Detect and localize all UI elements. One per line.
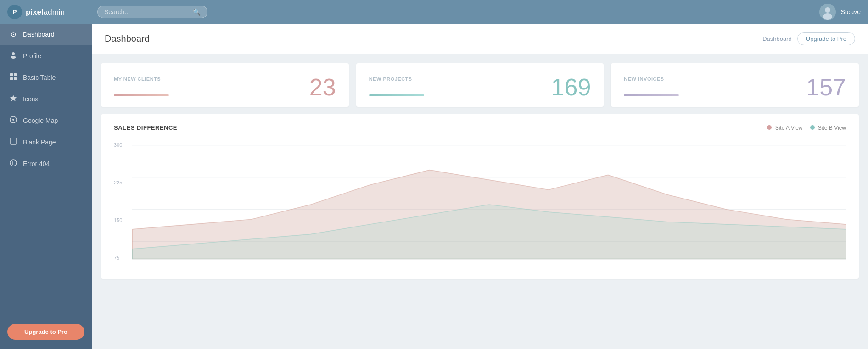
search-icon: 🔍 bbox=[193, 8, 201, 16]
legend-dot-site-a bbox=[767, 125, 772, 130]
user-name: Steave bbox=[840, 8, 861, 16]
sidebar-label-error-404: Error 404 bbox=[23, 160, 50, 167]
error-icon: i bbox=[9, 159, 17, 168]
navbar-right: Steave bbox=[819, 4, 861, 20]
y-label-225: 225 bbox=[114, 180, 130, 185]
svg-point-11 bbox=[12, 119, 14, 121]
brand-name: pixeladmin bbox=[26, 7, 65, 17]
sidebar-item-error-404[interactable]: i Error 404 bbox=[0, 153, 92, 174]
chart-header: SALES DIFFERENCE Site A View Site B View bbox=[114, 124, 846, 131]
sidebar-label-basic-table: Basic Table bbox=[23, 74, 56, 81]
legend-site-a: Site A View bbox=[767, 125, 802, 131]
stat-label-new-clients: MY NEW CLIENTS bbox=[114, 76, 336, 82]
svg-marker-9 bbox=[10, 95, 17, 101]
stats-row: MY NEW CLIENTS 23 NEW PROJECTS 169 NEW I… bbox=[92, 54, 868, 114]
chart-svg bbox=[132, 140, 846, 269]
svg-rect-6 bbox=[14, 73, 17, 76]
legend-label-site-a: Site A View bbox=[775, 125, 803, 131]
dashboard-icon: ⊙ bbox=[9, 30, 17, 39]
svg-point-1 bbox=[825, 7, 830, 13]
svg-point-13 bbox=[10, 160, 17, 166]
avatar-image bbox=[819, 4, 836, 20]
map-icon bbox=[9, 116, 17, 125]
stat-bar-new-projects bbox=[369, 94, 424, 96]
sidebar-item-basic-table[interactable]: Basic Table bbox=[0, 66, 92, 88]
sidebar-label-icons: Icons bbox=[23, 95, 38, 103]
brand: P pixeladmin bbox=[7, 5, 90, 19]
page-header: Dashboard Dashboard Upgrade to Pro bbox=[92, 24, 868, 54]
svg-text:i: i bbox=[12, 161, 13, 166]
main-content: Dashboard Dashboard Upgrade to Pro MY NE… bbox=[92, 24, 868, 349]
stat-card-new-invoices: NEW INVOICES 157 bbox=[611, 63, 859, 107]
chart-section: SALES DIFFERENCE Site A View Site B View… bbox=[101, 114, 859, 279]
page-title: Dashboard bbox=[105, 33, 150, 44]
legend-site-b: Site B View bbox=[810, 125, 846, 131]
sidebar-label-google-map: Google Map bbox=[23, 117, 58, 124]
chart-area: 300 225 150 75 bbox=[114, 140, 846, 269]
sidebar: ⊙ Dashboard Profile Basic Table Icons bbox=[0, 24, 92, 349]
brand-text: pixeladmin bbox=[26, 8, 65, 17]
breadcrumb-area: Dashboard Upgrade to Pro bbox=[762, 32, 855, 45]
stat-value-new-projects: 169 bbox=[551, 73, 591, 101]
svg-point-4 bbox=[11, 56, 16, 59]
sidebar-item-google-map[interactable]: Google Map bbox=[0, 110, 92, 131]
brand-logo: P bbox=[7, 5, 22, 19]
brand-name-light: admin bbox=[44, 8, 65, 17]
search-bar[interactable]: 🔍 bbox=[97, 6, 207, 18]
svg-rect-12 bbox=[11, 138, 16, 144]
layout: ⊙ Dashboard Profile Basic Table Icons bbox=[0, 24, 868, 349]
icons-icon bbox=[9, 94, 17, 103]
sidebar-label-blank-page: Blank Page bbox=[23, 138, 56, 146]
navbar: P pixeladmin 🔍 Steave bbox=[0, 0, 868, 24]
upgrade-to-pro-header-button[interactable]: Upgrade to Pro bbox=[797, 32, 855, 45]
svg-rect-8 bbox=[14, 77, 17, 80]
stat-card-new-projects: NEW PROJECTS 169 bbox=[356, 63, 604, 107]
sidebar-item-blank-page[interactable]: Blank Page bbox=[0, 131, 92, 153]
sidebar-label-profile: Profile bbox=[23, 52, 41, 60]
search-input[interactable] bbox=[104, 8, 189, 16]
svg-point-3 bbox=[12, 52, 15, 55]
chart-title: SALES DIFFERENCE bbox=[114, 124, 177, 131]
svg-rect-7 bbox=[10, 77, 13, 80]
sidebar-label-dashboard: Dashboard bbox=[23, 31, 55, 38]
sidebar-item-icons[interactable]: Icons bbox=[0, 88, 92, 110]
svg-rect-5 bbox=[10, 73, 13, 76]
chart-legend: Site A View Site B View bbox=[767, 125, 846, 131]
table-icon bbox=[9, 73, 17, 82]
stat-bar-new-clients bbox=[114, 94, 169, 96]
y-label-300: 300 bbox=[114, 142, 130, 148]
blank-page-icon bbox=[9, 138, 17, 146]
profile-icon bbox=[9, 51, 17, 60]
legend-dot-site-b bbox=[810, 125, 815, 130]
sidebar-item-dashboard[interactable]: ⊙ Dashboard bbox=[0, 24, 92, 45]
stat-bar-new-invoices bbox=[624, 94, 679, 96]
y-label-75: 75 bbox=[114, 255, 130, 260]
breadcrumb-link[interactable]: Dashboard bbox=[762, 35, 792, 42]
y-label-150: 150 bbox=[114, 217, 130, 223]
brand-logo-text: P bbox=[12, 8, 17, 16]
stat-value-new-clients: 23 bbox=[309, 73, 336, 101]
stat-card-new-clients: MY NEW CLIENTS 23 bbox=[101, 63, 349, 107]
brand-name-bold: pixel bbox=[26, 8, 44, 17]
upgrade-to-pro-button[interactable]: Upgrade to Pro bbox=[7, 324, 84, 340]
avatar bbox=[819, 4, 836, 20]
sidebar-item-profile[interactable]: Profile bbox=[0, 45, 92, 66]
stat-value-new-invoices: 157 bbox=[806, 73, 846, 101]
svg-point-2 bbox=[823, 13, 832, 20]
legend-label-site-b: Site B View bbox=[818, 125, 846, 131]
